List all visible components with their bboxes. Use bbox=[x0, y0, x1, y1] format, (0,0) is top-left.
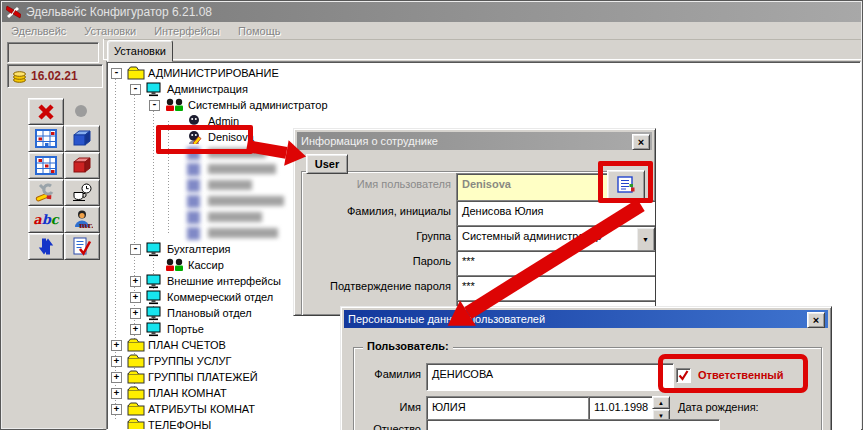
svg-text:mr.: mr. bbox=[79, 220, 93, 230]
tree-item-sysadmin-group[interactable]: - Системный администратор bbox=[107, 97, 860, 113]
blue-grid-icon bbox=[35, 129, 57, 148]
firstname-label: Имя bbox=[351, 401, 421, 413]
tree-item-label: Администрация bbox=[167, 81, 248, 97]
menu-bar: Эдельвейс Установки Интерфейсы Помощь bbox=[2, 22, 861, 40]
tree-item-label: Коммерческий отдел bbox=[167, 289, 273, 305]
collapse-icon[interactable]: - bbox=[130, 84, 141, 95]
status-box bbox=[7, 42, 99, 63]
username-label: Имя пользователя bbox=[299, 178, 451, 190]
date-panel: 16.02.21 bbox=[7, 64, 103, 88]
window-title: Эдельвейс Конфигуратор 6.21.08 bbox=[26, 5, 212, 19]
tree-item-label: АТРИБУТЫ КОМНАТ bbox=[148, 401, 255, 417]
cup-clock-icon bbox=[71, 183, 93, 202]
birthdate-label: Дата рождения: bbox=[678, 401, 778, 413]
red-grid-icon bbox=[35, 156, 57, 175]
group-label: Группа bbox=[299, 230, 451, 242]
expand-icon[interactable]: + bbox=[130, 276, 141, 287]
tree-item-label: Внешние интерфейсы bbox=[167, 273, 281, 289]
coins-icon bbox=[12, 70, 27, 83]
middlename-label: Отчество bbox=[351, 423, 421, 430]
expand-icon[interactable]: + bbox=[111, 388, 122, 399]
tree-item-label: Системный администратор bbox=[188, 97, 328, 113]
red-cube-button[interactable] bbox=[64, 152, 100, 179]
collapse-icon[interactable]: - bbox=[111, 68, 122, 79]
tree-item-administration[interactable]: - АДМИНИСТРИРОВАНИЕ bbox=[107, 65, 860, 81]
lastname-value: ДЕНИСОВА bbox=[432, 368, 493, 380]
blue-cube-icon bbox=[71, 129, 93, 148]
tab-settings[interactable]: Установки bbox=[107, 40, 173, 62]
tools-button[interactable] bbox=[28, 179, 64, 206]
employee-dialog-titlebar: Информация о сотруднике bbox=[297, 132, 652, 150]
username-field[interactable]: Denisova bbox=[456, 173, 610, 203]
menu-settings[interactable]: Установки bbox=[75, 24, 145, 38]
password-value: *** bbox=[462, 255, 475, 267]
annotation-box-responsible bbox=[658, 354, 808, 393]
folder-icon bbox=[127, 418, 145, 430]
birthdate-value: 11.01.1998 bbox=[594, 401, 648, 413]
expand-icon[interactable]: + bbox=[111, 372, 122, 383]
employee-dialog-title: Информация о сотруднике bbox=[301, 135, 438, 147]
tree-item-label: АДМИНИСТРИРОВАНИЕ bbox=[148, 65, 279, 81]
gray-dot-icon bbox=[72, 102, 90, 120]
expand-icon[interactable]: + bbox=[111, 356, 122, 367]
break-button[interactable] bbox=[64, 179, 100, 206]
current-date: 16.02.21 bbox=[31, 69, 78, 83]
tree-item-label: Портье bbox=[167, 321, 204, 337]
tools-icon bbox=[35, 183, 57, 202]
personal-dialog-titlebar: Персональные данные пользователей bbox=[344, 310, 828, 328]
menu-interfaces[interactable]: Интерфейсы bbox=[145, 24, 229, 38]
close-icon[interactable]: × bbox=[807, 312, 825, 328]
spinner-up-icon[interactable]: ▲ bbox=[652, 396, 670, 409]
red-cube-icon bbox=[71, 156, 93, 175]
expand-icon[interactable]: + bbox=[130, 324, 141, 335]
confirm-password-value: *** bbox=[462, 280, 475, 292]
person-button[interactable]: mr. bbox=[64, 206, 100, 233]
checklist-icon bbox=[72, 237, 92, 256]
sync-button[interactable] bbox=[28, 233, 64, 260]
abc-button[interactable]: abc bbox=[28, 206, 64, 233]
menu-edelweiss[interactable]: Эдельвейс bbox=[2, 24, 75, 38]
window-titlebar: Эдельвейс Конфигуратор 6.21.08 bbox=[2, 2, 861, 22]
tree-item-label: ПЛАН СЧЕТОВ bbox=[148, 337, 226, 353]
person-mr-icon: mr. bbox=[71, 210, 93, 229]
close-icon[interactable]: × bbox=[632, 134, 650, 150]
password-label: Пароль bbox=[299, 255, 451, 267]
expand-icon[interactable]: + bbox=[130, 308, 141, 319]
tree-item-label: ГРУППЫ ПЛАТЕЖЕЙ bbox=[148, 369, 258, 385]
app-window: Эдельвейс Конфигуратор 6.21.08 Эдельвейс… bbox=[0, 0, 863, 430]
tree-item-label: Плановый отдел bbox=[167, 305, 252, 321]
tree-item-label: ТЕЛЕФОНЫ bbox=[148, 417, 211, 430]
tree-item-label: Кассир bbox=[188, 257, 224, 273]
collapse-icon[interactable]: - bbox=[149, 100, 160, 111]
verify-button[interactable] bbox=[64, 233, 100, 260]
tab-settings-label: Установки bbox=[114, 45, 166, 57]
sync-arrows-icon bbox=[36, 237, 56, 256]
user-data-groupbox-label: Пользователь: bbox=[363, 340, 453, 352]
firstname-value: ЮЛИЯ bbox=[432, 401, 466, 413]
username-value: Denisova bbox=[462, 178, 511, 190]
left-panel: 16.02.21 abc bbox=[2, 39, 104, 428]
chevron-down-icon[interactable]: ▼ bbox=[636, 227, 655, 252]
app-icon bbox=[6, 5, 21, 19]
menu-help[interactable]: Помощь bbox=[229, 24, 290, 38]
delete-button[interactable] bbox=[28, 98, 64, 125]
collapse-icon[interactable]: - bbox=[130, 244, 141, 255]
middlename-field[interactable] bbox=[426, 419, 720, 430]
expand-icon[interactable]: + bbox=[111, 340, 122, 351]
blue-cube-button[interactable] bbox=[64, 125, 100, 152]
tree-item-label: Бухгалтерия bbox=[167, 241, 231, 257]
red-plan-button[interactable] bbox=[28, 152, 64, 179]
tree-item-administraciya[interactable]: - Администрация bbox=[107, 81, 860, 97]
lastname-field[interactable]: ДЕНИСОВА bbox=[426, 363, 674, 391]
tab-user-label: User bbox=[315, 158, 339, 170]
record-button[interactable] bbox=[64, 98, 98, 123]
fullname-label: Фамилия, инициалы bbox=[299, 205, 451, 217]
tree-item-label: ГРУППЫ УСЛУГ bbox=[148, 353, 231, 369]
tree-item-label: ПЛАН КОМНАТ bbox=[148, 385, 227, 401]
blue-plan-button[interactable] bbox=[28, 125, 64, 152]
tab-user[interactable]: User bbox=[306, 154, 348, 174]
expand-icon[interactable]: + bbox=[130, 292, 141, 303]
confirm-password-label: Подтверждение пароля bbox=[299, 280, 451, 292]
expand-icon[interactable]: + bbox=[111, 404, 122, 415]
annotation-box-denisova bbox=[156, 125, 253, 154]
